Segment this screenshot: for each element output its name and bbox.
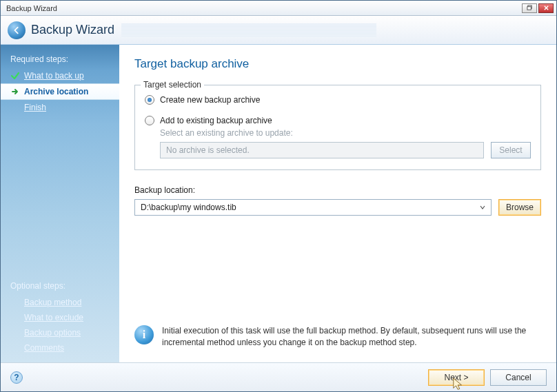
restore-button[interactable]: [522, 3, 537, 13]
target-selection-legend: Target selection: [141, 80, 204, 90]
radio-icon: [145, 116, 154, 125]
wizard-body: Required steps: What to back up Archive …: [1, 45, 556, 362]
sidebar-item-what-to-backup[interactable]: What to back up: [1, 68, 119, 83]
cancel-button[interactable]: Cancel: [490, 369, 547, 386]
select-button[interactable]: Select: [491, 142, 531, 158]
backup-wizard-window: Backup Wizard Backup Wizard Required ste…: [0, 0, 557, 392]
browse-button[interactable]: Browse: [498, 199, 541, 216]
wizard-header: Backup Wizard: [1, 16, 556, 45]
required-steps-heading: Required steps:: [1, 52, 119, 68]
sidebar-item-label: What to exclude: [24, 313, 83, 322]
sidebar-item-label: Backup method: [24, 298, 81, 307]
sidebar-item-comments[interactable]: Comments: [1, 340, 119, 355]
select-instruction: Select an existing archive to update:: [160, 128, 531, 138]
backup-location-label: Backup location:: [134, 185, 541, 195]
backup-location-value: D:\backup\my windows.tib: [141, 203, 477, 212]
wizard-title: Backup Wizard: [31, 23, 114, 37]
svg-rect-1: [527, 7, 530, 10]
info-row: i Initial execution of this task will us…: [134, 320, 541, 357]
close-button[interactable]: [538, 3, 554, 13]
sidebar-item-backup-options[interactable]: Backup options: [1, 325, 119, 340]
backup-location-row: D:\backup\my windows.tib Browse: [134, 199, 541, 216]
radio-icon: [145, 95, 154, 105]
main-panel: Target backup archive Target selection C…: [119, 45, 556, 362]
check-icon: [10, 71, 20, 81]
header-stripe: [121, 23, 376, 37]
radio-label: Add to existing backup archive: [160, 116, 272, 125]
next-button[interactable]: Next >: [428, 369, 485, 386]
sidebar-item-label: What to back up: [24, 71, 84, 81]
back-arrow-icon: [12, 25, 21, 35]
archive-field: No archive is selected.: [160, 142, 484, 158]
sidebar-item-what-to-exclude[interactable]: What to exclude: [1, 310, 119, 325]
arrow-right-icon: [10, 87, 20, 96]
backup-location-combo[interactable]: D:\backup\my windows.tib: [134, 199, 492, 216]
footer: ? Next > Cancel: [1, 362, 556, 391]
titlebar: Backup Wizard: [1, 1, 556, 16]
radio-add-existing[interactable]: Add to existing backup archive: [145, 116, 531, 125]
radio-create-new[interactable]: Create new backup archive: [145, 95, 531, 105]
close-icon: [543, 5, 549, 11]
chevron-down-icon: [477, 204, 488, 211]
archive-row: No archive is selected. Select: [160, 142, 531, 158]
help-button[interactable]: ?: [10, 371, 23, 384]
window-controls: [522, 3, 554, 13]
sidebar-item-finish[interactable]: Finish: [1, 100, 119, 115]
sidebar-item-archive-location[interactable]: Archive location: [1, 83, 119, 100]
sidebar-item-label: Archive location: [24, 87, 88, 96]
sidebar-item-label: Comments: [24, 343, 64, 353]
target-selection-group: Target selection Create new backup archi…: [134, 85, 541, 170]
info-icon: i: [134, 325, 154, 344]
sidebar: Required steps: What to back up Archive …: [1, 45, 119, 362]
info-text: Initial execution of this task will use …: [162, 325, 541, 349]
back-button[interactable]: [8, 21, 26, 39]
sidebar-item-label: Finish: [24, 103, 46, 112]
radio-label: Create new backup archive: [160, 95, 260, 105]
sidebar-item-backup-method[interactable]: Backup method: [1, 295, 119, 310]
titlebar-text: Backup Wizard: [3, 4, 522, 12]
restore-icon: [527, 5, 533, 11]
next-button-label: Next >: [444, 373, 468, 382]
sidebar-item-label: Backup options: [24, 328, 81, 338]
optional-steps-heading: Optional steps:: [1, 278, 119, 295]
page-title: Target backup archive: [134, 57, 541, 71]
